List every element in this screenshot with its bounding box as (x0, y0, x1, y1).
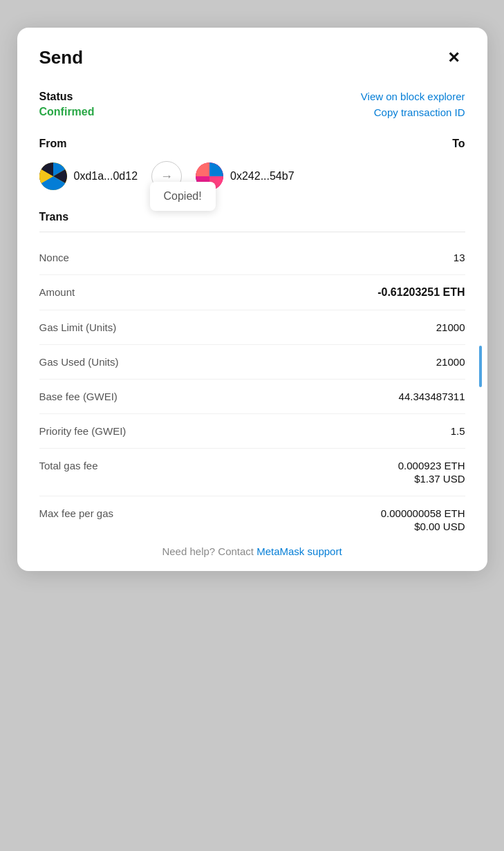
from-address-item: 0xd1a...0d12 (39, 162, 138, 190)
gas-used-label: Gas Used (Units) (39, 356, 119, 368)
gas-used-row: Gas Used (Units) 21000 (39, 345, 465, 380)
to-address-text: 0x242...54b7 (230, 170, 295, 183)
from-avatar (39, 162, 67, 190)
modal-overlay: Send ✕ Status Confirmed View on block ex… (0, 28, 504, 571)
priority-fee-value: 1.5 (451, 425, 465, 437)
send-modal: Send ✕ Status Confirmed View on block ex… (17, 28, 487, 571)
amount-row: Amount -0.61203251 ETH (39, 275, 465, 310)
footer-help: Need help? Contact MetaMask support (0, 545, 504, 557)
priority-fee-row: Priority fee (GWEI) 1.5 (39, 414, 465, 449)
amount-value: -0.61203251 ETH (377, 286, 465, 299)
base-fee-label: Base fee (GWEI) (39, 391, 118, 402)
from-to-labels: From To (39, 138, 465, 150)
status-left: Status Confirmed (39, 91, 95, 118)
total-gas-fee-value: 0.000923 ETH $1.37 USD (398, 460, 465, 485)
addresses-row: 0xd1a...0d12 → 0x242...54b7 (39, 161, 465, 191)
gas-limit-row: Gas Limit (Units) 21000 (39, 310, 465, 345)
help-text: Need help? Contact (162, 545, 254, 557)
total-gas-fee-usd: $1.37 USD (414, 473, 465, 485)
modal-header: Send ✕ (39, 47, 465, 68)
gas-limit-value: 21000 (436, 321, 465, 333)
priority-fee-label: Priority fee (GWEI) (39, 425, 127, 437)
transaction-section-label: Trans (39, 211, 465, 223)
close-button[interactable]: ✕ (442, 48, 465, 68)
nonce-row: Nonce 13 (39, 241, 465, 275)
status-section: Status Confirmed View on block explorer … (39, 91, 465, 118)
gas-limit-label: Gas Limit (Units) (39, 321, 117, 333)
gas-used-value: 21000 (436, 356, 465, 368)
from-label: From (39, 138, 67, 150)
max-fee-value: 0.000000058 ETH $0.00 USD (381, 507, 465, 532)
divider (39, 232, 465, 232)
max-fee-usd: $0.00 USD (414, 521, 465, 532)
copy-transaction-button[interactable]: Copy transaction ID (374, 106, 465, 118)
status-value: Confirmed (39, 106, 95, 118)
status-label: Status (39, 91, 95, 103)
amount-label: Amount (39, 286, 75, 298)
total-gas-fee-eth: 0.000923 ETH (398, 460, 465, 471)
copied-tooltip: Copied! (150, 182, 216, 211)
status-right: View on block explorer Copy transaction … (361, 91, 465, 118)
support-link[interactable]: MetaMask support (256, 545, 342, 557)
scroll-indicator (479, 346, 482, 387)
total-gas-fee-label: Total gas fee (39, 460, 98, 471)
base-fee-row: Base fee (GWEI) 44.343487311 (39, 380, 465, 414)
to-label: To (452, 138, 465, 150)
total-gas-fee-row: Total gas fee 0.000923 ETH $1.37 USD (39, 449, 465, 496)
max-fee-eth: 0.000000058 ETH (381, 507, 465, 519)
max-fee-label: Max fee per gas (39, 507, 114, 519)
view-explorer-button[interactable]: View on block explorer (361, 91, 465, 102)
nonce-value: 13 (454, 252, 465, 263)
nonce-label: Nonce (39, 252, 69, 263)
max-fee-row: Max fee per gas 0.000000058 ETH $0.00 US… (39, 496, 465, 543)
modal-title: Send (39, 47, 84, 68)
transaction-details: Nonce 13 Amount -0.61203251 ETH Gas Limi… (39, 241, 465, 543)
base-fee-value: 44.343487311 (399, 391, 465, 402)
copied-text: Copied! (164, 190, 202, 202)
from-address-text: 0xd1a...0d12 (74, 170, 138, 183)
